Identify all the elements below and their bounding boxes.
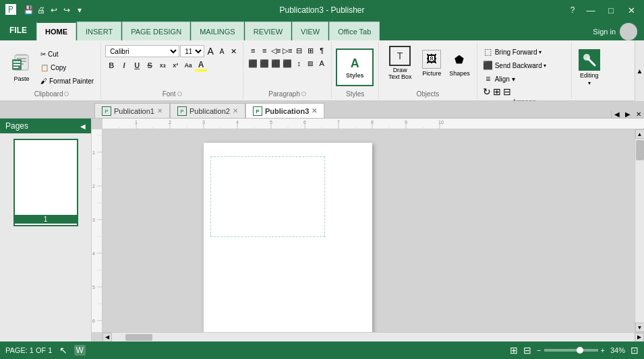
pages-collapse-icon[interactable]: ◀ bbox=[80, 123, 86, 130]
font-color-button[interactable]: A bbox=[195, 59, 207, 71]
bring-forward-button[interactable]: ⬚ Bring Forward ▾ bbox=[481, 46, 543, 58]
font-color2-icon[interactable]: A bbox=[316, 58, 327, 69]
increase-indent-icon[interactable]: ▷≡ bbox=[282, 45, 293, 56]
pilcrow-icon[interactable]: ¶ bbox=[316, 45, 327, 56]
subscript-button[interactable]: x₂ bbox=[156, 59, 169, 71]
strikethrough-button[interactable]: S bbox=[144, 59, 156, 71]
picture-button[interactable]: 🖼 Picture bbox=[419, 44, 444, 82]
save-icon[interactable]: 💾 bbox=[23, 5, 34, 15]
draw-text-box-button[interactable]: T DrawText Box bbox=[383, 44, 417, 82]
col-break-icon[interactable]: ⊟ bbox=[293, 45, 304, 56]
change-case-button[interactable]: Aa bbox=[182, 59, 194, 71]
tabs-left-arrow[interactable]: ◀ bbox=[612, 110, 622, 118]
italic-button[interactable]: I bbox=[118, 59, 130, 71]
tab-view[interactable]: VIEW bbox=[292, 22, 328, 40]
bring-forward-dropdown-icon[interactable]: ▾ bbox=[539, 49, 541, 55]
text-box-placeholder[interactable] bbox=[210, 156, 325, 237]
group-icon[interactable]: ⊞ bbox=[493, 86, 501, 97]
pub2-close-icon[interactable]: ✕ bbox=[233, 107, 238, 115]
zoom-slider[interactable] bbox=[544, 349, 598, 352]
draw-text-box-label: DrawText Box bbox=[388, 67, 412, 81]
zoom-percent[interactable]: 34% bbox=[610, 346, 625, 354]
superscript-button[interactable]: x² bbox=[169, 59, 181, 71]
maximize-button[interactable]: □ bbox=[604, 3, 618, 18]
svg-text:6: 6 bbox=[92, 319, 95, 323]
font-size-select[interactable]: 11 bbox=[180, 45, 204, 57]
doc-tab-publication1[interactable]: P Publication1 ✕ bbox=[94, 103, 170, 118]
tab-mailings[interactable]: MAILINGS bbox=[191, 22, 244, 40]
doc-tab-publication2[interactable]: P Publication2 ✕ bbox=[170, 103, 245, 118]
align-right-icon[interactable]: ⬛ bbox=[270, 58, 281, 69]
underline-button[interactable]: U bbox=[131, 59, 143, 71]
customize-icon[interactable]: ▾ bbox=[74, 5, 85, 15]
help-icon[interactable]: ? bbox=[567, 5, 578, 15]
rotate-icon[interactable]: ↻ bbox=[483, 86, 491, 97]
styles-button[interactable]: A Styles bbox=[336, 48, 374, 86]
tabs-close-all[interactable]: ✕ bbox=[633, 110, 644, 118]
bullets-icon[interactable]: ≡ bbox=[247, 45, 258, 56]
zoom-thumb[interactable] bbox=[577, 347, 583, 354]
doc-tab-publication3[interactable]: P Publication3 ✕ bbox=[245, 103, 324, 118]
layout-icon-1[interactable]: ⊞ bbox=[510, 345, 518, 356]
increase-size-icon[interactable]: A bbox=[205, 46, 216, 57]
scroll-track[interactable] bbox=[635, 139, 644, 323]
ribbon-collapse-button[interactable]: ▲ bbox=[635, 40, 644, 101]
clear-formatting-icon[interactable]: ✕ bbox=[228, 46, 239, 57]
minimize-button[interactable]: — bbox=[583, 3, 598, 18]
pub1-close-icon[interactable]: ✕ bbox=[157, 107, 163, 115]
line-spacing-icon[interactable]: ↕ bbox=[293, 58, 304, 69]
editing-button[interactable]: Editing ▾ bbox=[576, 47, 603, 88]
redo-icon[interactable]: ↪ bbox=[61, 5, 72, 15]
align-center-icon[interactable]: ⬛ bbox=[259, 58, 270, 69]
shading-icon[interactable]: ▧ bbox=[305, 58, 316, 69]
scroll-right-arrow[interactable]: ▶ bbox=[635, 333, 644, 342]
numbered-list-icon[interactable]: ≡ bbox=[259, 45, 270, 56]
scroll-left-arrow[interactable]: ◀ bbox=[103, 333, 112, 342]
shapes-button[interactable]: ⬟ Shapes bbox=[446, 44, 473, 82]
fit-page-icon[interactable]: ⊡ bbox=[631, 345, 639, 356]
pub3-close-icon[interactable]: ✕ bbox=[312, 107, 317, 115]
tab-review[interactable]: REVIEW bbox=[245, 22, 291, 40]
cut-icon: ✂ bbox=[40, 51, 46, 58]
zoom-control: − + bbox=[537, 346, 605, 354]
scroll-down-arrow[interactable]: ▼ bbox=[635, 323, 645, 332]
zoom-plus-icon[interactable]: + bbox=[601, 346, 605, 354]
paragraph-expand-icon[interactable]: ⬡ bbox=[301, 91, 306, 97]
page-thumbnail-1[interactable]: 1 bbox=[13, 139, 78, 226]
bold-button[interactable]: B bbox=[105, 59, 117, 71]
sign-in[interactable]: Sign in bbox=[586, 23, 644, 40]
align-left-icon[interactable]: ⬛ bbox=[247, 58, 258, 69]
scroll-thumb[interactable] bbox=[636, 140, 644, 160]
undo-icon[interactable]: ↩ bbox=[49, 5, 59, 15]
tab-insert[interactable]: INSERT bbox=[77, 22, 121, 40]
more-indent-icon[interactable]: ⊞ bbox=[305, 45, 316, 56]
paste-button[interactable]: Paste bbox=[7, 47, 36, 85]
tab-office-tab[interactable]: Office Tab bbox=[329, 22, 380, 40]
copy-button[interactable]: 📋 Copy bbox=[38, 61, 96, 73]
format-painter-button[interactable]: 🖌 Format Painter bbox=[38, 75, 96, 87]
decrease-indent-icon[interactable]: ◁≡ bbox=[270, 45, 281, 56]
align-button[interactable]: ≡ Align ▾ bbox=[481, 73, 517, 85]
tab-page-design[interactable]: PAGE DESIGN bbox=[122, 22, 190, 40]
clipboard-expand-icon[interactable]: ⬡ bbox=[64, 91, 69, 97]
font-expand-icon[interactable]: ⬡ bbox=[177, 91, 182, 97]
tab-home[interactable]: HOME bbox=[36, 22, 76, 40]
send-backward-button[interactable]: ⬛ Send Backward ▾ bbox=[481, 59, 548, 71]
canvas-scroll-area[interactable] bbox=[103, 129, 635, 332]
h-scroll-track[interactable] bbox=[112, 333, 635, 342]
tabs-right-arrow[interactable]: ▶ bbox=[622, 110, 633, 118]
cut-button[interactable]: ✂ Cut bbox=[38, 48, 96, 60]
decrease-size-icon[interactable]: A bbox=[216, 46, 227, 57]
horizontal-scrollbar: ◀ ▶ bbox=[103, 332, 644, 341]
file-tab[interactable]: FILE bbox=[0, 20, 36, 40]
zoom-minus-icon[interactable]: − bbox=[537, 346, 541, 354]
send-backward-dropdown-icon[interactable]: ▾ bbox=[544, 63, 546, 69]
print-icon[interactable]: 🖨 bbox=[36, 5, 47, 15]
scroll-up-arrow[interactable]: ▲ bbox=[635, 129, 645, 139]
close-button[interactable]: ✕ bbox=[624, 3, 639, 18]
justify-icon[interactable]: ⬛ bbox=[282, 58, 293, 69]
font-name-select[interactable]: Calibri bbox=[105, 45, 179, 57]
position-icon[interactable]: ⊟ bbox=[503, 86, 511, 97]
layout-icon-2[interactable]: ⊟ bbox=[523, 345, 531, 356]
h-scroll-thumb[interactable] bbox=[125, 334, 152, 341]
